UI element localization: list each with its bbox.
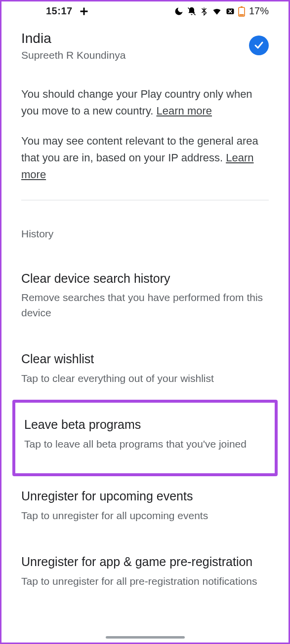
clear-search-history-item[interactable]: Clear device search history Remove searc… — [21, 270, 269, 320]
svg-rect-6 — [239, 14, 244, 16]
setting-desc: Tap to unregister for all upcoming event… — [21, 508, 269, 523]
country-subtitle: Supreeth R Koundinya — [21, 49, 125, 61]
leave-beta-programs-item[interactable]: Leave beta programs Tap to leave all bet… — [24, 417, 266, 452]
battery-saver-icon — [225, 6, 235, 16]
bluetooth-icon — [200, 6, 208, 16]
setting-desc: Tap to unregister for all pre-registrati… — [21, 574, 269, 589]
country-title: India — [21, 30, 125, 47]
unregister-prereg-item[interactable]: Unregister for app & game pre-registrati… — [21, 554, 269, 589]
learn-more-link[interactable]: Learn more — [157, 105, 212, 117]
svg-rect-1 — [80, 10, 87, 12]
unregister-events-item[interactable]: Unregister for upcoming events Tap to un… — [21, 488, 269, 523]
setting-desc: Tap to leave all beta programs that you'… — [24, 437, 266, 452]
divider — [21, 200, 269, 200]
status-left: 15:17 — [46, 5, 88, 17]
history-section-label: History — [21, 228, 269, 240]
clear-wishlist-item[interactable]: Clear wishlist Tap to clear everything o… — [21, 351, 269, 386]
status-clock: 15:17 — [46, 5, 73, 17]
status-bar: 15:17 17% — [1, 1, 289, 20]
setting-title: Unregister for app & game pre-registrati… — [21, 554, 269, 570]
country-row[interactable]: India Supreeth R Koundinya — [21, 20, 269, 67]
setting-desc: Tap to clear everything out of your wish… — [21, 371, 269, 386]
country-info-2: You may see content relevant to the gene… — [21, 133, 269, 183]
setting-title: Leave beta programs — [24, 417, 266, 433]
setting-title: Unregister for upcoming events — [21, 488, 269, 504]
moon-icon — [174, 6, 184, 16]
country-info-1: You should change your Play country only… — [21, 86, 269, 119]
setting-desc: Remove searches that you have performed … — [21, 290, 269, 320]
battery-icon — [238, 6, 245, 17]
info-text: You may see content relevant to the gene… — [21, 135, 258, 164]
wifi-icon — [211, 6, 222, 16]
setting-title: Clear wishlist — [21, 351, 269, 367]
bell-off-icon — [187, 6, 197, 16]
home-indicator[interactable] — [106, 636, 185, 639]
slack-icon — [80, 7, 88, 16]
selected-check-icon — [249, 36, 269, 55]
status-right: 17% — [174, 5, 269, 17]
setting-title: Clear device search history — [21, 270, 269, 287]
highlight-box: Leave beta programs Tap to leave all bet… — [12, 400, 278, 476]
svg-rect-5 — [241, 6, 243, 7]
info-text: You should change your Play country only… — [21, 88, 252, 117]
battery-percent: 17% — [249, 5, 269, 17]
